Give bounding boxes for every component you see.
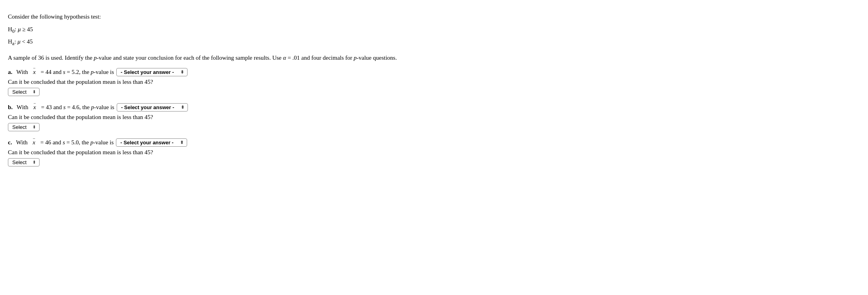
ha-sub: a — [12, 41, 15, 46]
part-c-with: With — [16, 139, 27, 146]
part-b-arrow-icon: ⬍ — [181, 105, 184, 110]
part-c-question-line: c. With x = 46 and s = 5.0, the p-value … — [8, 138, 427, 147]
part-a-question-line: a. With x = 44 and s = 5.2, the p-value … — [8, 68, 427, 76]
problem-title: Consider the following hypothesis test: — [8, 12, 427, 21]
part-c-conclusion: Can it be concluded that the population … — [8, 149, 427, 156]
part-b-select-dropdown[interactable]: Select ⬍ — [8, 123, 40, 131]
part-a-select-label: Select — [12, 89, 27, 95]
part-a-select-dropdown[interactable]: Select ⬍ — [8, 88, 40, 96]
part-c-conclusion-text: Can it be concluded that the population … — [8, 149, 153, 155]
part-b-select-label: Select — [12, 124, 27, 130]
part-b-with: With — [17, 104, 28, 111]
part-a-answer-dropdown[interactable]: - Select your answer - ⬍ — [116, 68, 188, 76]
part-b-xbar: x — [32, 104, 38, 111]
part-c-label: c. — [8, 139, 12, 146]
instructions-text: A sample of 36 is used. Identify the p-v… — [8, 53, 427, 62]
title-text: Consider the following hypothesis test: — [8, 13, 101, 20]
part-b-select-arrow-icon: ⬍ — [32, 125, 36, 130]
part-a-select-arrow-icon: ⬍ — [32, 89, 36, 95]
part-a-block: a. With x = 44 and s = 5.2, the p-value … — [8, 68, 427, 96]
part-c-select-dropdown[interactable]: Select ⬍ — [8, 158, 40, 166]
part-a-conclusion-text: Can it be concluded that the population … — [8, 79, 153, 85]
alpha-symbol: α — [283, 55, 286, 61]
p-value-italic-instr: p — [94, 55, 97, 61]
h0-sub: 0 — [12, 28, 15, 34]
part-c-select-label: Select — [12, 159, 27, 165]
part-c-select-arrow-icon: ⬍ — [32, 160, 36, 165]
hypothesis-alt: Ha: μ < 45 — [8, 37, 427, 47]
part-a-conclusion: Can it be concluded that the population … — [8, 79, 427, 85]
part-a-with: With — [16, 69, 28, 76]
h0-mu: μ — [18, 26, 21, 32]
part-a-values: = 44 and s = 5.2, the p-value is — [41, 69, 114, 76]
part-a-xbar: x — [32, 69, 37, 76]
part-c-answer-label: - Select your answer - — [120, 140, 173, 146]
part-b-answer-dropdown[interactable]: - Select your answer - ⬍ — [117, 103, 188, 112]
part-c-arrow-icon: ⬍ — [180, 140, 184, 145]
part-c-block: c. With x = 46 and s = 5.0, the p-value … — [8, 138, 427, 166]
part-b-block: b. With x = 43 and s = 4.6, the p-value … — [8, 103, 427, 131]
part-c-values: = 46 and s = 5.0, the p-value is — [40, 139, 114, 146]
part-a-arrow-icon: ⬍ — [180, 70, 184, 75]
hypothesis-null: H0: μ ≥ 45 — [8, 25, 427, 35]
part-c-xbar: x — [31, 139, 37, 146]
part-b-answer-label: - Select your answer - — [121, 104, 174, 110]
part-b-conclusion-text: Can it be concluded that the population … — [8, 114, 153, 120]
part-a-label: a. — [8, 69, 12, 76]
part-b-conclusion: Can it be concluded that the population … — [8, 114, 427, 121]
ha-mu: μ — [17, 38, 21, 45]
part-b-values: = 43 and s = 4.6, the p-value is — [41, 104, 114, 111]
part-c-answer-dropdown[interactable]: - Select your answer - ⬍ — [116, 138, 187, 147]
part-b-question-line: b. With x = 43 and s = 4.6, the p-value … — [8, 103, 427, 112]
p-value-italic-instr2: p — [354, 55, 357, 61]
part-b-label: b. — [8, 104, 13, 111]
part-a-answer-label: - Select your answer - — [121, 69, 174, 75]
